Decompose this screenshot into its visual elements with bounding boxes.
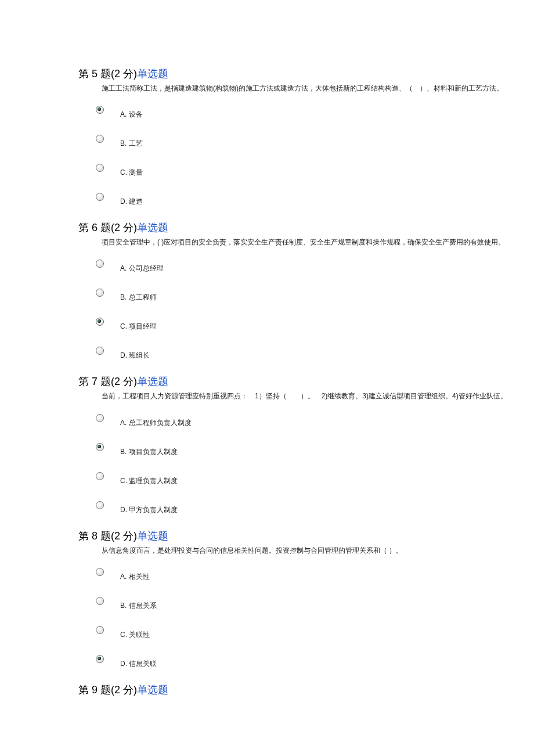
- question-type-label: 单选题: [137, 684, 168, 696]
- option-row[interactable]: D. 甲方负责人制度: [96, 500, 511, 515]
- option-label: A. 总工程师负责人制度: [120, 418, 192, 428]
- question-text: 从信息角度而言，是处理投资与合同的信息相关性问题。投资控制与合同管理的管理关系和…: [102, 545, 511, 556]
- options-group: A. 总工程师负责人制度 B. 项目负责人制度 C. 监理负责人制度 D. 甲方…: [78, 413, 511, 515]
- question-header: 第 5 题(2 分)单选题: [78, 67, 511, 81]
- option-label: D. 建造: [120, 197, 143, 207]
- option-row[interactable]: B. 总工程师: [96, 287, 511, 303]
- option-label: C. 项目经理: [120, 322, 157, 332]
- question-header: 第 9 题(2 分)单选题: [78, 683, 511, 697]
- option-label: C. 监理负责人制度: [120, 476, 178, 486]
- question-block: 第 9 题(2 分)单选题: [78, 683, 511, 697]
- question-block: 第 6 题(2 分)单选题 项目安全管理中，( )应对项目的安全负责，落实安全生…: [78, 221, 511, 361]
- question-type-label: 单选题: [137, 68, 168, 80]
- page-body: 第 5 题(2 分)单选题 施工工法简称工法，是指建造建筑物(构筑物)的施工方法…: [0, 0, 534, 733]
- options-group: A. 相关性 B. 信息关系 C. 关联性 D. 信息关联: [78, 567, 511, 669]
- option-label: B. 信息关系: [120, 601, 157, 611]
- question-type-label: 单选题: [137, 222, 168, 233]
- question-block: 第 5 题(2 分)单选题 施工工法简称工法，是指建造建筑物(构筑物)的施工方法…: [78, 67, 511, 207]
- option-row[interactable]: B. 工艺: [96, 134, 511, 149]
- option-label: B. 项目负责人制度: [120, 447, 178, 457]
- option-row[interactable]: C. 监理负责人制度: [96, 471, 511, 486]
- option-row[interactable]: B. 信息关系: [96, 596, 511, 611]
- radio-icon[interactable]: [96, 135, 104, 143]
- option-label: C. 关联性: [120, 630, 150, 640]
- option-label: B. 工艺: [120, 139, 143, 149]
- option-row[interactable]: C. 项目经理: [96, 316, 511, 332]
- question-number: 第 7 题(2 分): [78, 376, 137, 387]
- question-block: 第 7 题(2 分)单选题 当前，工程项目人力资源管理应特别重视四点： 1）坚持…: [78, 375, 511, 514]
- option-label: D. 信息关联: [120, 659, 157, 669]
- question-number: 第 5 题(2 分): [78, 68, 137, 80]
- question-number: 第 6 题(2 分): [78, 222, 137, 233]
- option-row[interactable]: B. 项目负责人制度: [96, 442, 511, 457]
- options-group: A. 公司总经理 B. 总工程师 C. 项目经理 D. 班组长: [78, 258, 511, 361]
- option-row[interactable]: D. 班组长: [96, 345, 511, 361]
- option-row[interactable]: D. 建造: [96, 192, 511, 207]
- radio-icon[interactable]: [96, 568, 104, 576]
- question-text: 项目安全管理中，( )应对项目的安全负责，落实安全生产责任制度、安全生产规章制度…: [102, 237, 511, 248]
- radio-icon[interactable]: [96, 193, 104, 201]
- radio-icon[interactable]: [96, 626, 104, 634]
- question-header: 第 7 题(2 分)单选题: [78, 375, 511, 388]
- radio-icon[interactable]: [96, 318, 104, 326]
- option-row[interactable]: A. 公司总经理: [96, 258, 511, 273]
- radio-icon[interactable]: [96, 164, 104, 172]
- option-label: B. 总工程师: [120, 293, 157, 303]
- options-group: A. 设备 B. 工艺 C. 测量 D. 建造: [78, 105, 511, 207]
- question-number: 第 8 题(2 分): [78, 530, 137, 542]
- radio-icon[interactable]: [96, 472, 104, 480]
- question-type-label: 单选题: [137, 376, 168, 387]
- option-row[interactable]: A. 相关性: [96, 567, 511, 582]
- radio-icon[interactable]: [96, 414, 104, 422]
- radio-icon[interactable]: [96, 289, 104, 297]
- option-label: A. 公司总经理: [120, 264, 164, 273]
- radio-icon[interactable]: [96, 443, 104, 451]
- radio-icon[interactable]: [96, 501, 104, 509]
- option-row[interactable]: A. 总工程师负责人制度: [96, 413, 511, 428]
- question-block: 第 8 题(2 分)单选题 从信息角度而言，是处理投资与合同的信息相关性问题。投…: [78, 529, 511, 669]
- radio-icon[interactable]: [96, 597, 104, 605]
- question-text: 施工工法简称工法，是指建造建筑物(构筑物)的施工方法或建造方法，大体包括新的工程…: [102, 83, 511, 94]
- option-label: A. 设备: [120, 110, 143, 120]
- option-label: A. 相关性: [120, 572, 150, 582]
- question-type-label: 单选题: [137, 530, 168, 542]
- option-label: C. 测量: [120, 168, 143, 178]
- radio-icon[interactable]: [96, 655, 104, 663]
- question-text: 当前，工程项目人力资源管理应特别重视四点： 1）坚持（ ）。 2)继续教育。3)…: [102, 391, 511, 402]
- question-header: 第 8 题(2 分)单选题: [78, 529, 511, 543]
- radio-icon[interactable]: [96, 260, 104, 268]
- option-row[interactable]: A. 设备: [96, 105, 511, 120]
- option-row[interactable]: D. 信息关联: [96, 654, 511, 669]
- option-label: D. 甲方负责人制度: [120, 505, 178, 515]
- option-label: D. 班组长: [120, 351, 150, 361]
- question-header: 第 6 题(2 分)单选题: [78, 221, 511, 235]
- radio-icon[interactable]: [96, 106, 104, 114]
- radio-icon[interactable]: [96, 347, 104, 355]
- question-number: 第 9 题(2 分): [78, 684, 137, 696]
- option-row[interactable]: C. 测量: [96, 163, 511, 178]
- option-row[interactable]: C. 关联性: [96, 625, 511, 640]
